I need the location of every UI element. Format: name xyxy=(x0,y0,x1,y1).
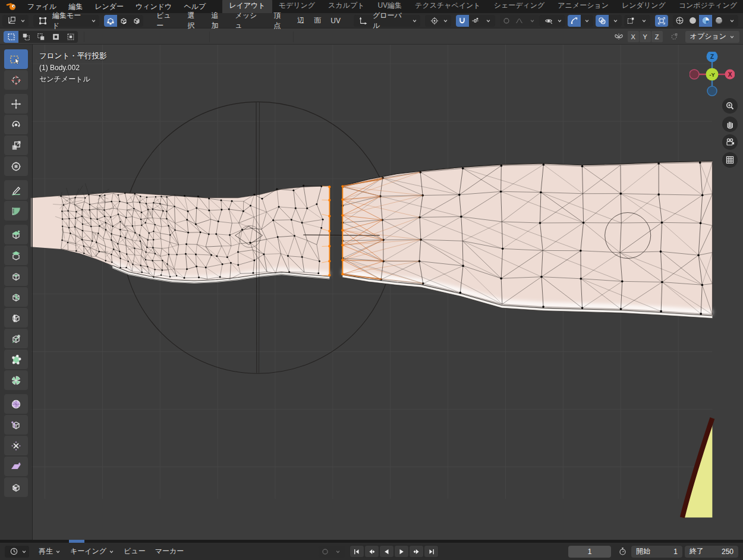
workspace-tab[interactable]: シェーディング xyxy=(487,0,552,13)
tool-spin[interactable] xyxy=(4,370,28,390)
shading-material-button[interactable] xyxy=(699,15,712,27)
mode-selector[interactable]: 編集モード xyxy=(33,15,99,27)
play-reverse-button[interactable] xyxy=(380,546,393,557)
tool-rip-region[interactable] xyxy=(4,477,28,497)
proportional-edit-button[interactable] xyxy=(500,15,513,27)
tool-transform[interactable] xyxy=(4,156,28,176)
auto-key-record-button[interactable] xyxy=(319,546,332,558)
box-select-mode-invert[interactable] xyxy=(48,31,63,43)
tool-measure[interactable] xyxy=(4,201,28,221)
shading-rendered-button[interactable] xyxy=(712,15,725,27)
tool-extrude-region[interactable] xyxy=(4,225,28,244)
jump-to-end-button[interactable] xyxy=(424,546,438,557)
orientation-axes-icon xyxy=(357,15,370,27)
workspace-tab[interactable]: レンダリング xyxy=(615,0,672,13)
tool-inset-faces[interactable] xyxy=(4,266,28,286)
viewport-menu-選択[interactable]: 選択 xyxy=(183,15,207,27)
workspace-tab[interactable]: スカルプト xyxy=(322,0,371,13)
chevron-down-icon[interactable] xyxy=(637,15,650,27)
viewport-menu-メッシュ[interactable]: メッシュ xyxy=(230,15,269,27)
tool-loop-cut[interactable] xyxy=(4,308,28,328)
timeline-menu-マーカー[interactable]: マーカー xyxy=(150,546,189,558)
tool-rotate[interactable] xyxy=(4,115,28,134)
camera-view-button[interactable] xyxy=(722,134,738,150)
tool-select-box[interactable] xyxy=(4,49,28,69)
tool-edge-slide[interactable] xyxy=(4,415,28,435)
tool-shear[interactable] xyxy=(4,457,28,476)
tool-bevel[interactable] xyxy=(4,287,28,307)
xray-options-icon[interactable] xyxy=(624,15,637,27)
show-gizmos-button[interactable] xyxy=(568,15,581,27)
viewport-menu-面[interactable]: 面 xyxy=(309,15,326,27)
play-button[interactable] xyxy=(395,546,408,557)
tool-shrink-flatten[interactable] xyxy=(4,436,28,455)
jump-to-start-button[interactable] xyxy=(350,546,364,557)
workspace-tab[interactable]: コンポジティング xyxy=(672,0,743,13)
tool-cursor-3d[interactable] xyxy=(4,70,28,90)
editor-type-button[interactable] xyxy=(2,15,29,27)
pan-hand-button[interactable] xyxy=(722,117,738,132)
box-select-mode-new[interactable] xyxy=(4,31,18,43)
show-overlays-button[interactable] xyxy=(596,15,609,27)
viewport-menu-頂点[interactable]: 頂点 xyxy=(269,15,292,27)
options-button[interactable]: オプション xyxy=(685,31,739,43)
select-mode-vertex-button[interactable] xyxy=(104,15,117,27)
viewport-menu-ビュー[interactable]: ビュー xyxy=(152,15,182,27)
pivot-point-button[interactable] xyxy=(425,15,451,27)
chevron-down-icon[interactable] xyxy=(482,15,495,27)
tool-poly-build[interactable] xyxy=(4,350,28,369)
workspace-tab[interactable]: アニメーション xyxy=(551,0,615,13)
navigation-gizmo[interactable]: Z X -Y xyxy=(690,52,735,97)
box-select-mode-extend[interactable] xyxy=(18,31,33,43)
select-mode-edge-button[interactable] xyxy=(117,15,130,27)
tool-move[interactable] xyxy=(4,94,28,114)
shading-dropdown[interactable] xyxy=(725,15,738,27)
shading-wireframe-button[interactable] xyxy=(673,15,686,27)
current-frame-field[interactable]: 1 xyxy=(568,546,611,558)
proportional-falloff-button[interactable] xyxy=(513,15,526,27)
transform-orientation-button[interactable]: グローバル xyxy=(354,15,420,27)
prev-keyframe-button[interactable] xyxy=(365,546,379,557)
timeline-menu-再生[interactable]: 再生 xyxy=(34,546,65,558)
axis-toggle-z[interactable]: Z xyxy=(651,31,663,42)
chevron-down-icon[interactable] xyxy=(581,15,594,27)
ortho-grid-button[interactable] xyxy=(722,152,738,168)
tool-smooth[interactable] xyxy=(4,394,28,414)
viewport-canvas[interactable] xyxy=(0,45,743,540)
chevron-down-icon[interactable] xyxy=(609,15,622,27)
select-mode-face-button[interactable] xyxy=(130,15,143,27)
toggle-xray-button[interactable] xyxy=(655,15,668,27)
object-type-visibility-button[interactable] xyxy=(539,15,565,27)
measure-icon xyxy=(10,206,22,216)
tool-scale[interactable] xyxy=(4,136,28,155)
viewport-3d[interactable]: フロント・平行投影 (1) Body.002 センチメートル Z X -Y xyxy=(0,45,743,540)
stopwatch-icon[interactable] xyxy=(616,546,629,558)
snap-target-button[interactable] xyxy=(469,15,482,27)
box-select-mode-subtract[interactable] xyxy=(33,31,48,43)
timeline-menu-ビュー[interactable]: ビュー xyxy=(119,546,150,558)
viewport-menu-辺[interactable]: 辺 xyxy=(292,15,309,27)
transform-icon xyxy=(10,161,22,172)
axis-toggle-x[interactable]: X xyxy=(628,31,639,42)
axis-toggle-y[interactable]: Y xyxy=(640,31,651,42)
viewport-menu-UV[interactable]: UV xyxy=(326,15,345,27)
shading-solid-button[interactable] xyxy=(686,15,699,27)
chevron-down-icon[interactable] xyxy=(332,546,345,558)
snap-symmetry-icon[interactable] xyxy=(668,31,681,43)
tool-annotate[interactable] xyxy=(4,180,28,200)
frame-start-field[interactable]: 開始 1 xyxy=(631,546,682,558)
tool-knife[interactable] xyxy=(4,329,28,348)
workspace-tab[interactable]: テクスチャペイント xyxy=(408,0,487,13)
blender-logo-icon[interactable] xyxy=(0,0,21,13)
chevron-down-icon[interactable] xyxy=(526,15,539,27)
tool-extrude-along-normals[interactable] xyxy=(4,246,28,265)
viewport-menu-追加[interactable]: 追加 xyxy=(207,15,231,27)
box-select-mode-intersect[interactable] xyxy=(63,31,78,43)
next-keyframe-button[interactable] xyxy=(410,546,423,557)
topbar-menu-レンダー[interactable]: レンダー xyxy=(89,0,130,13)
frame-end-field[interactable]: 終了 250 xyxy=(685,546,738,558)
snap-toggle-button[interactable] xyxy=(456,15,469,27)
zoom-button[interactable] xyxy=(722,98,738,114)
timeline-editor-type-button[interactable] xyxy=(5,546,29,558)
timeline-menu-キーイング[interactable]: キーイング xyxy=(65,546,119,558)
